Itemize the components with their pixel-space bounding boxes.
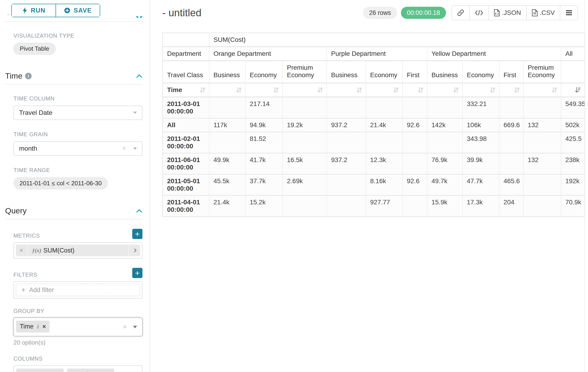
column-sort-header[interactable] (245, 83, 283, 97)
cell (402, 153, 427, 174)
row-header: 2011-03-01 00:00:00 (163, 97, 209, 118)
cell: 669.6 (499, 118, 523, 132)
panel-right-border (585, 0, 585, 372)
add-filter-plus-button[interactable] (132, 268, 142, 278)
column-header: Premium Economy (523, 61, 561, 83)
save-button[interactable]: SAVE (56, 4, 100, 17)
column-sort-header[interactable] (427, 83, 462, 97)
group-by-chip[interactable]: Time (16, 321, 50, 332)
add-filter-button[interactable]: Add filter (16, 284, 140, 296)
time-grain-label: TIME GRAIN (13, 131, 142, 138)
cell (366, 97, 402, 118)
time-column-select[interactable]: Travel Date (13, 106, 142, 120)
column-sort-header[interactable] (209, 83, 245, 97)
run-button[interactable]: RUN (12, 4, 55, 17)
column-sort-header[interactable] (366, 83, 402, 97)
caret-down-icon[interactable] (133, 326, 137, 328)
pivot-table: SUM(Cost) Department Orange Department P… (162, 32, 585, 217)
cell: 502k (561, 118, 585, 132)
cell (283, 196, 327, 217)
metric-header-row: SUM(Cost) (163, 33, 585, 47)
export-json-button[interactable]: .JSON (489, 6, 526, 20)
cell (209, 97, 245, 118)
remove-chip-icon[interactable] (56, 371, 60, 372)
travel-class-corner-label: Travel Class (163, 61, 209, 83)
plus-icon (21, 286, 26, 294)
columns-label: COLUMNS (13, 355, 142, 362)
export-toolbar: .JSON .CSV (452, 5, 578, 20)
save-button-label: SAVE (74, 7, 92, 14)
cell: 21.4k (209, 196, 245, 217)
export-csv-button[interactable]: .CSV (527, 6, 560, 20)
view-query-button[interactable] (470, 6, 489, 20)
chevron-up-icon[interactable] (136, 209, 143, 213)
visualization-type-label: VISUALIZATION TYPE (13, 32, 142, 39)
cell: 2.69k (283, 174, 327, 196)
sort-descending-icon (575, 86, 581, 94)
share-link-button[interactable] (452, 6, 470, 20)
cell: 49.9k (209, 153, 245, 174)
cell: 39.9k (462, 153, 499, 174)
sort-icon (453, 86, 459, 94)
chart-title[interactable]: - untitled (162, 7, 201, 19)
group-by-select[interactable]: Time (13, 318, 142, 336)
metric-chip[interactable]: ƒ(x) SUM(Cost) (16, 244, 140, 256)
column-header: Premium Economy (283, 61, 327, 83)
column-sort-header[interactable] (402, 83, 427, 97)
add-filter-label: Add filter (29, 287, 54, 294)
cell (523, 196, 561, 217)
remove-metric-icon[interactable] (16, 244, 27, 256)
bolt-icon (22, 7, 28, 14)
export-json-label: .JSON (502, 9, 521, 17)
table-row: 2011-06-01 00:00:00 49.9k 41.7k 16.5k 93… (163, 153, 585, 174)
cell (366, 132, 402, 153)
cell: 92.6 (402, 118, 427, 132)
column-sort-header-active[interactable] (561, 83, 585, 97)
visualization-type-chip[interactable]: Pivot Table (13, 43, 55, 55)
panel-top: Chart Type RUN SAVE (0, 0, 150, 21)
sort-icon (236, 86, 242, 94)
column-sort-header[interactable] (499, 83, 523, 97)
columns-chip-label: Department (20, 371, 53, 372)
query-section-header[interactable]: Query (5, 206, 143, 215)
time-sort-header[interactable]: Time (163, 83, 209, 97)
cell: 117k (209, 118, 245, 132)
cell: 937.2 (327, 118, 366, 132)
sort-icon (514, 86, 520, 94)
columns-select[interactable]: Department Travel Class (13, 365, 142, 372)
corner-cell (163, 33, 209, 47)
cell: 21.4k (366, 118, 402, 132)
time-range-chip[interactable]: 2011-01-01 ≤ col < 2011-06-30 (13, 177, 108, 190)
plus-circle-icon (64, 7, 70, 14)
department-header-row: Department Orange Department Purple Depa… (163, 47, 585, 61)
hamburger-menu-icon (566, 10, 572, 16)
expand-metric-icon[interactable] (128, 244, 140, 256)
time-section-header[interactable]: Time (5, 71, 143, 80)
explore-page: Chart Type RUN SAVE VISUALIZATION TYPE P… (0, 0, 588, 372)
cell: 549.35 (561, 97, 585, 118)
cell (427, 132, 462, 153)
column-sort-header[interactable] (283, 83, 327, 97)
add-metric-button[interactable] (132, 229, 142, 239)
clear-icon[interactable] (123, 323, 127, 331)
cell: 192k (561, 174, 585, 196)
columns-chip-travel-class[interactable]: Travel Class (67, 369, 114, 372)
sort-icon (552, 86, 557, 94)
table-row: 2011-04-01 00:00:00 21.4k 15.2k 927.77 1… (163, 196, 585, 217)
columns-chip-department[interactable]: Department (16, 369, 64, 372)
row-header: 2011-06-01 00:00:00 (163, 153, 209, 174)
column-sort-header[interactable] (523, 83, 561, 97)
remove-chip-icon[interactable] (42, 323, 46, 330)
cell: 19.2k (283, 118, 327, 132)
cell (499, 97, 523, 118)
time-grain-select[interactable]: month (13, 141, 142, 156)
group-by-options-hint: 20 option(s) (13, 339, 142, 346)
column-sort-header[interactable] (327, 83, 366, 97)
menu-button[interactable] (560, 6, 578, 20)
cell (499, 153, 523, 174)
chevron-up-icon[interactable] (136, 74, 143, 78)
clear-icon[interactable] (122, 144, 126, 152)
column-sort-header[interactable] (462, 83, 499, 97)
query-timer-badge: 00:00:00.18 (401, 7, 446, 19)
sort-icon (418, 86, 424, 94)
